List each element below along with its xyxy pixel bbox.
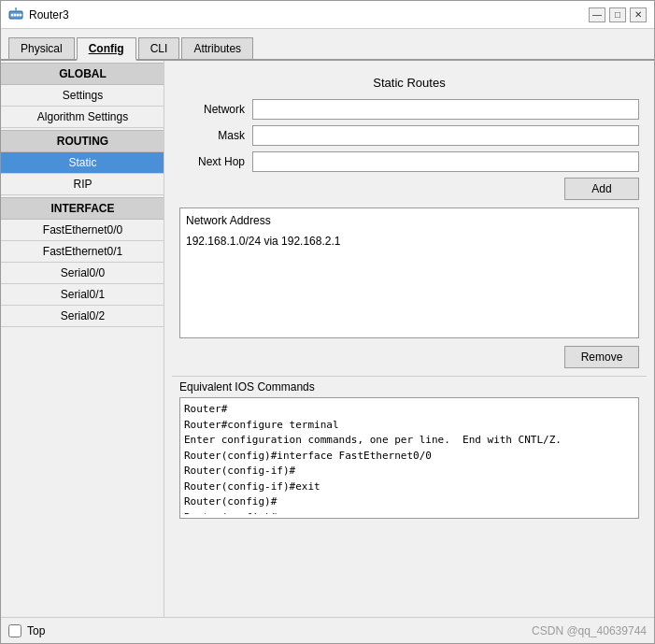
- maximize-button[interactable]: □: [609, 7, 626, 22]
- console-scroll-area[interactable]: Router# Router#configure terminal Enter …: [184, 402, 634, 514]
- svg-point-6: [15, 7, 17, 9]
- static-routes-section: Static Routes Network Mask Next Hop Add: [172, 68, 647, 376]
- svg-point-2: [14, 13, 17, 16]
- main-window: Router3 — □ ✕ Physical Config CLI Attrib…: [0, 0, 655, 644]
- routes-table-header: Network Address: [186, 214, 633, 227]
- status-left: Top: [8, 624, 45, 637]
- mask-label: Mask: [179, 129, 245, 142]
- title-bar: Router3 — □ ✕: [1, 1, 654, 29]
- sidebar-item-serial02[interactable]: Serial0/2: [1, 306, 164, 327]
- network-label: Network: [179, 103, 245, 116]
- nexthop-label: Next Hop: [179, 155, 245, 168]
- network-input[interactable]: [252, 99, 639, 120]
- tab-cli[interactable]: CLI: [138, 37, 180, 59]
- right-panel: Static Routes Network Mask Next Hop Add: [164, 61, 654, 617]
- add-row: Add: [179, 178, 639, 200]
- ios-section: Equivalent IOS Commands Router# Router#c…: [172, 376, 647, 522]
- sidebar-item-algorithm-settings[interactable]: Algorithm Settings: [1, 107, 164, 128]
- section-title: Static Routes: [179, 76, 639, 90]
- ios-console[interactable]: Router# Router#configure terminal Enter …: [179, 397, 639, 519]
- remove-button[interactable]: Remove: [564, 346, 639, 368]
- sidebar-item-settings[interactable]: Settings: [1, 85, 164, 107]
- mask-input[interactable]: [252, 125, 639, 146]
- ios-line-6: Router(config)#: [184, 494, 634, 510]
- sidebar: GLOBAL Settings Algorithm Settings ROUTI…: [1, 61, 164, 617]
- top-label: Top: [27, 624, 45, 637]
- routes-table: Network Address 192.168.1.0/24 via 192.1…: [179, 208, 639, 338]
- top-checkbox[interactable]: [8, 624, 21, 637]
- tab-config[interactable]: Config: [77, 37, 136, 61]
- nav-header-interface: INTERFACE: [1, 197, 164, 220]
- svg-point-3: [17, 13, 20, 16]
- window-title: Router3: [29, 8, 69, 21]
- ios-line-1: Router#configure terminal: [184, 418, 634, 434]
- sidebar-item-rip[interactable]: RIP: [1, 174, 164, 195]
- title-bar-left: Router3: [8, 7, 69, 22]
- main-content: GLOBAL Settings Algorithm Settings ROUTI…: [1, 61, 654, 617]
- status-bar: Top CSDN @qq_40639744: [1, 617, 654, 643]
- add-button[interactable]: Add: [564, 178, 639, 200]
- watermark: CSDN @qq_40639744: [532, 624, 647, 637]
- sidebar-item-static[interactable]: Static: [1, 152, 164, 174]
- nav-header-global: GLOBAL: [1, 63, 164, 85]
- tab-physical[interactable]: Physical: [8, 37, 75, 59]
- sidebar-list: GLOBAL Settings Algorithm Settings ROUTI…: [1, 61, 164, 617]
- svg-point-1: [11, 13, 14, 16]
- nexthop-input[interactable]: [252, 151, 639, 172]
- nav-header-routing: ROUTING: [1, 130, 164, 152]
- router-icon: [8, 7, 23, 22]
- ios-line-3: Router(config)#interface FastEthernet0/0: [184, 449, 634, 465]
- minimize-button[interactable]: —: [589, 7, 605, 22]
- svg-point-4: [20, 13, 22, 16]
- network-row: Network: [179, 99, 639, 120]
- ios-line-7: Router(config)#: [184, 510, 634, 515]
- ios-title: Equivalent IOS Commands: [179, 380, 639, 394]
- sidebar-item-serial00[interactable]: Serial0/0: [1, 263, 164, 284]
- nexthop-row: Next Hop: [179, 151, 639, 172]
- table-row[interactable]: 192.168.1.0/24 via 192.168.2.1: [186, 233, 633, 250]
- ios-line-4: Router(config-if)#: [184, 464, 634, 479]
- sidebar-item-fastethernet01[interactable]: FastEthernet0/1: [1, 241, 164, 263]
- ios-line-2: Enter configuration commands, one per li…: [184, 433, 634, 449]
- mask-row: Mask: [179, 125, 639, 146]
- ios-line-5: Router(config-if)#exit: [184, 479, 634, 495]
- remove-row: Remove: [179, 346, 639, 368]
- title-controls: — □ ✕: [589, 7, 647, 22]
- ios-line-0: Router#: [184, 402, 634, 418]
- sidebar-item-serial01[interactable]: Serial0/1: [1, 284, 164, 306]
- tab-attributes[interactable]: Attributes: [181, 37, 253, 59]
- close-button[interactable]: ✕: [630, 7, 647, 22]
- sidebar-item-fastethernet00[interactable]: FastEthernet0/0: [1, 220, 164, 241]
- tab-bar: Physical Config CLI Attributes: [1, 29, 654, 61]
